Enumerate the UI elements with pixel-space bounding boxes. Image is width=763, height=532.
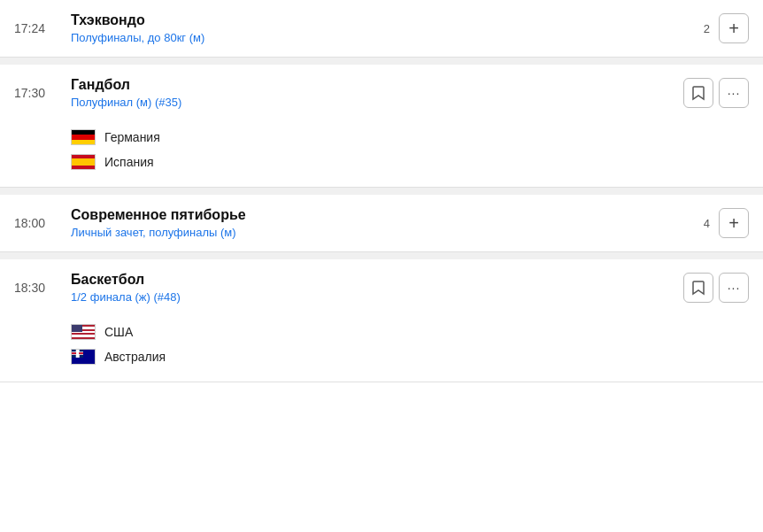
event-time: 18:30	[14, 281, 57, 295]
event-subtitle: 1/2 финала (ж) (#48)	[71, 290, 669, 304]
more-options-button[interactable]: ···	[719, 273, 749, 303]
event-header-handball: 17:30ГандболПолуфинал (м) (#35)···	[0, 65, 763, 121]
event-info: Баскетбол1/2 финала (ж) (#48)	[71, 272, 669, 304]
more-options-button[interactable]: ···	[719, 78, 749, 108]
event-title: Тхэквондо	[71, 12, 690, 28]
team-row: Испания	[71, 150, 749, 174]
event-actions: 4+	[704, 208, 749, 238]
event-subtitle: Полуфинал (м) (#35)	[71, 96, 669, 109]
team-row: Австралия	[71, 344, 749, 369]
event-actions: 2+	[704, 13, 749, 43]
team-row: США	[71, 320, 749, 344]
event-header-pentathlon: 18:00Современное пятиборьеЛичный зачет, …	[0, 195, 763, 251]
event-section-pentathlon: 18:00Современное пятиборьеЛичный зачет, …	[0, 195, 763, 252]
section-separator	[0, 252, 763, 259]
event-info: Современное пятиборьеЛичный зачет, полуф…	[71, 207, 690, 239]
event-time: 18:00	[14, 216, 57, 230]
team-row: Германия	[71, 125, 749, 150]
event-time: 17:24	[14, 21, 57, 35]
flag-australia	[71, 349, 96, 365]
team-name: Германия	[104, 130, 160, 144]
event-header-basketball: 18:30Баскетбол1/2 финала (ж) (#48)···	[0, 259, 763, 316]
event-title: Баскетбол	[71, 272, 669, 288]
section-separator	[0, 58, 763, 65]
add-event-button[interactable]: +	[719, 13, 749, 43]
event-title: Современное пятиборье	[71, 207, 690, 223]
team-name: Австралия	[104, 350, 166, 364]
event-count: 4	[704, 217, 710, 230]
event-title: Гандбол	[71, 77, 669, 93]
event-actions: ···	[683, 273, 749, 303]
flag-usa	[71, 324, 96, 340]
flag-spain	[71, 154, 96, 170]
teams-container: ГерманияИспания	[0, 121, 763, 187]
team-name: Испания	[104, 155, 154, 169]
event-subtitle: Полуфиналы, до 80кг (м)	[71, 31, 690, 44]
event-info: ТхэквондоПолуфиналы, до 80кг (м)	[71, 12, 690, 44]
add-event-button[interactable]: +	[719, 208, 749, 238]
team-name: США	[104, 325, 133, 339]
event-header-taekwondo: 17:24ТхэквондоПолуфиналы, до 80кг (м)2+	[0, 0, 763, 57]
bookmark-button[interactable]	[683, 273, 713, 303]
flag-germany	[71, 129, 96, 145]
event-section-basketball: 18:30Баскетбол1/2 финала (ж) (#48)···США…	[0, 259, 763, 382]
event-count: 2	[704, 22, 710, 35]
event-info: ГандболПолуфинал (м) (#35)	[71, 77, 669, 109]
teams-container: США Австралия	[0, 316, 763, 382]
event-actions: ···	[683, 78, 749, 108]
events-list: 17:24ТхэквондоПолуфиналы, до 80кг (м)2+1…	[0, 0, 763, 382]
event-section-handball: 17:30ГандболПолуфинал (м) (#35)···Герман…	[0, 65, 763, 188]
event-section-taekwondo: 17:24ТхэквондоПолуфиналы, до 80кг (м)2+	[0, 0, 763, 58]
event-subtitle: Личный зачет, полуфиналы (м)	[71, 226, 690, 239]
event-time: 17:30	[14, 86, 57, 100]
section-separator	[0, 188, 763, 195]
bookmark-button[interactable]	[683, 78, 713, 108]
